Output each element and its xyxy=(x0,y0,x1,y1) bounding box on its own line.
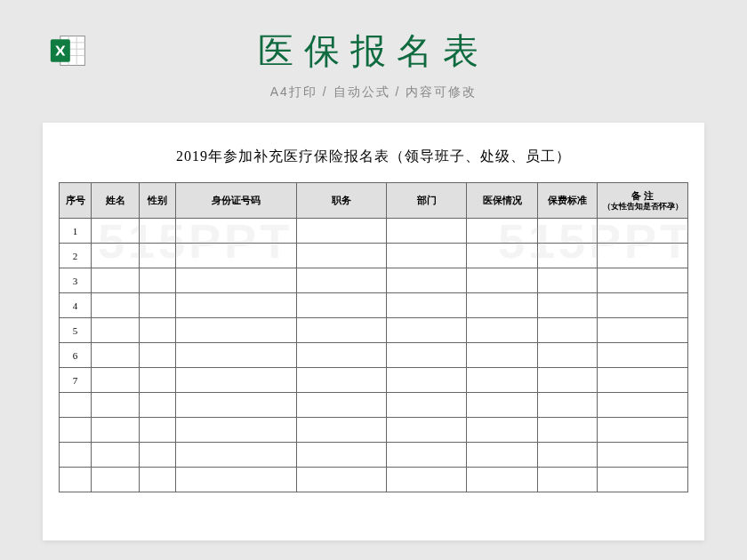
table-row xyxy=(60,393,688,418)
cell xyxy=(537,219,598,244)
cell xyxy=(387,418,467,443)
cell-seq xyxy=(60,418,92,443)
page-title: 医保报名表 xyxy=(258,27,489,76)
cell xyxy=(296,268,387,293)
cell xyxy=(92,343,140,368)
excel-icon xyxy=(49,31,88,70)
cell-seq: 6 xyxy=(60,343,92,368)
col-job: 职务 xyxy=(296,183,387,219)
cell xyxy=(537,343,598,368)
cell xyxy=(387,244,467,268)
cell xyxy=(175,343,296,368)
cell xyxy=(467,468,537,492)
cell xyxy=(537,244,598,268)
col-gender: 性别 xyxy=(140,183,176,219)
cell xyxy=(175,443,296,468)
cell xyxy=(598,219,688,244)
cell xyxy=(175,318,296,343)
cell xyxy=(467,368,537,393)
table-body: 1234567 xyxy=(60,219,688,492)
page-header: 医保报名表 A4打印 / 自动公式 / 内容可修改 xyxy=(0,0,747,100)
col-status: 医保情况 xyxy=(467,183,537,219)
cell xyxy=(387,343,467,368)
cell xyxy=(175,293,296,318)
cell xyxy=(296,418,387,443)
cell xyxy=(467,318,537,343)
cell xyxy=(296,443,387,468)
cell xyxy=(92,418,140,443)
cell xyxy=(598,318,688,343)
table-row: 6 xyxy=(60,343,688,368)
cell xyxy=(537,418,598,443)
cell xyxy=(537,443,598,468)
cell xyxy=(537,293,598,318)
cell xyxy=(92,368,140,393)
cell xyxy=(467,393,537,418)
remark-sub: （女性告知是否怀孕） xyxy=(599,202,686,212)
cell xyxy=(387,318,467,343)
cell xyxy=(296,244,387,268)
cell xyxy=(387,219,467,244)
cell xyxy=(467,443,537,468)
cell xyxy=(296,468,387,492)
cell xyxy=(140,318,176,343)
cell xyxy=(140,393,176,418)
cell xyxy=(140,244,176,268)
table-row: 1 xyxy=(60,219,688,244)
cell xyxy=(598,368,688,393)
table-row: 5 xyxy=(60,318,688,343)
cell xyxy=(140,468,176,492)
table-row xyxy=(60,468,688,492)
cell xyxy=(92,318,140,343)
cell xyxy=(387,293,467,318)
cell xyxy=(140,418,176,443)
cell xyxy=(296,393,387,418)
cell xyxy=(92,268,140,293)
cell xyxy=(92,468,140,492)
cell xyxy=(140,368,176,393)
col-name: 姓名 xyxy=(92,183,140,219)
cell xyxy=(140,293,176,318)
cell xyxy=(296,343,387,368)
cell-seq: 4 xyxy=(60,293,92,318)
table-row: 2 xyxy=(60,244,688,268)
page-subtitle: A4打印 / 自动公式 / 内容可修改 xyxy=(258,84,489,100)
cell xyxy=(537,393,598,418)
table-header-row: 序号 姓名 性别 身份证号码 职务 部门 医保情况 保费标准 备 注 （女性告知… xyxy=(60,183,688,219)
col-fee: 保费标准 xyxy=(537,183,598,219)
table-row: 3 xyxy=(60,268,688,293)
cell xyxy=(92,443,140,468)
cell xyxy=(175,219,296,244)
cell xyxy=(387,468,467,492)
cell xyxy=(467,418,537,443)
cell-seq xyxy=(60,393,92,418)
cell xyxy=(140,219,176,244)
cell xyxy=(140,343,176,368)
cell xyxy=(598,268,688,293)
cell xyxy=(537,468,598,492)
cell xyxy=(92,393,140,418)
cell xyxy=(140,268,176,293)
cell xyxy=(387,393,467,418)
cell xyxy=(467,343,537,368)
cell xyxy=(387,368,467,393)
table-row xyxy=(60,443,688,468)
cell xyxy=(175,418,296,443)
spreadsheet-preview: 2019年参加补充医疗保险报名表（领导班子、处级、员工） 序号 姓名 性别 身份… xyxy=(43,123,704,540)
col-seq: 序号 xyxy=(60,183,92,219)
col-note: 备 注 （女性告知是否怀孕） xyxy=(598,183,688,219)
remark-main: 备 注 xyxy=(631,190,654,201)
col-dept: 部门 xyxy=(387,183,467,219)
cell-seq xyxy=(60,443,92,468)
cell xyxy=(598,343,688,368)
cell xyxy=(537,268,598,293)
cell xyxy=(598,418,688,443)
sheet-title: 2019年参加补充医疗保险报名表（领导班子、处级、员工） xyxy=(59,148,688,166)
cell xyxy=(175,368,296,393)
cell-seq: 1 xyxy=(60,219,92,244)
cell xyxy=(175,393,296,418)
insurance-table: 序号 姓名 性别 身份证号码 职务 部门 医保情况 保费标准 备 注 （女性告知… xyxy=(59,182,688,492)
cell xyxy=(598,443,688,468)
cell xyxy=(598,468,688,492)
cell xyxy=(92,244,140,268)
